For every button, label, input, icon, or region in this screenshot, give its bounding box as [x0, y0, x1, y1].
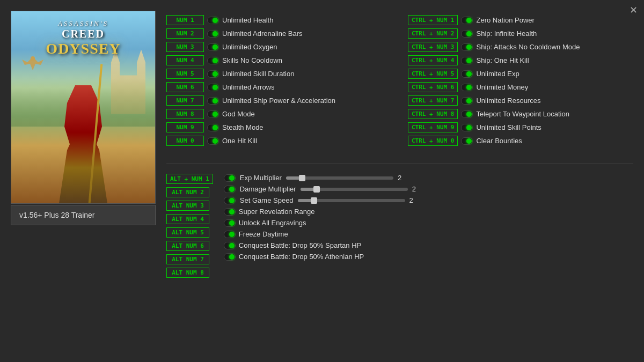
toggle-num9[interactable]	[207, 124, 219, 131]
key-num8[interactable]: NUM 8	[166, 109, 204, 119]
cheat-row-ctrl3: CTRL + NUM 3 Ship: Attacks No Cooldown M…	[408, 40, 633, 54]
alt-keys-column: ALT + NUM 1 ALT NUM 2 ALT NUM 3 ALT NUM …	[166, 172, 213, 279]
slider-gamespeed[interactable]	[298, 199, 405, 202]
label-num5: Unlimited Skill Duration	[222, 70, 294, 78]
slider-damage-handle[interactable]	[313, 186, 320, 193]
slider-damage-value: 2	[412, 185, 420, 193]
key-num4[interactable]: NUM 4	[166, 55, 204, 65]
key-alt4[interactable]: ALT NUM 4	[166, 214, 209, 224]
alt-row-daytime: Freeze Daytime	[224, 228, 633, 240]
key-alt2[interactable]: ALT NUM 2	[166, 187, 209, 197]
toggle-num8[interactable]	[207, 110, 219, 118]
key-ctrl3[interactable]: CTRL + NUM 3	[408, 42, 458, 52]
key-num5[interactable]: NUM 5	[166, 69, 204, 79]
cheat-row-alt5: ALT NUM 5	[166, 226, 213, 239]
label-alt7: Conquest Battle: Drop 50% Spartan HP	[239, 241, 361, 249]
toggle-ctrl9[interactable]	[461, 124, 473, 131]
cover-eagle-icon	[19, 54, 46, 76]
toggle-alt4[interactable]	[224, 208, 236, 216]
cover-assassin-text: ASSASSIN'S	[11, 19, 155, 28]
key-alt1[interactable]: ALT + NUM 1	[166, 174, 213, 184]
cover-odyssey-text: ODYSSEY	[11, 40, 155, 57]
toggle-num1[interactable]	[207, 17, 219, 24]
toggle-num0[interactable]	[207, 137, 219, 145]
key-ctrl5[interactable]: CTRL + NUM 5	[408, 69, 458, 79]
key-num1[interactable]: NUM 1	[166, 15, 204, 25]
label-num3: Unlimited Oxygen	[222, 43, 277, 51]
toggle-ctrl6[interactable]	[461, 84, 473, 91]
slider-exp[interactable]	[286, 176, 393, 180]
slider-exp-value: 2	[398, 174, 406, 182]
label-alt4: Super Revelation Range	[239, 208, 315, 216]
cheats-right-column: CTRL + NUM 1 Zero Nation Power CTRL + NU…	[408, 13, 633, 147]
alt-row-revelation: Super Revelation Range	[224, 206, 633, 217]
key-alt7[interactable]: ALT NUM 7	[166, 254, 209, 264]
toggle-alt6[interactable]	[224, 231, 236, 238]
cheat-row-num3: NUM 3 Unlimited Oxygen	[166, 40, 392, 54]
toggle-ctrl0[interactable]	[461, 137, 473, 145]
toggle-num6[interactable]	[207, 84, 219, 91]
key-ctrl8[interactable]: CTRL + NUM 8	[408, 109, 458, 119]
section-divider	[166, 164, 633, 164]
key-ctrl9[interactable]: CTRL + NUM 9	[408, 122, 458, 132]
cheat-row-num2: NUM 2 Unlimited Adrenaline Bars	[166, 27, 392, 40]
slider-damage[interactable]	[301, 188, 408, 191]
toggle-num7[interactable]	[207, 97, 219, 105]
key-ctrl6[interactable]: CTRL + NUM 6	[408, 82, 458, 92]
key-num0[interactable]: NUM 0	[166, 136, 204, 146]
key-alt6[interactable]: ALT NUM 6	[166, 241, 209, 251]
label-alt6: Freeze Daytime	[239, 230, 288, 238]
slider-exp-handle[interactable]	[299, 175, 305, 181]
alt-labels-column: Exp Multiplier 2 Damage Multiplier 2	[224, 172, 633, 279]
left-panel: ASSASSIN'S CREED ODYSSEY v1.56+ Plus 28 …	[11, 11, 156, 357]
slider-gamespeed-handle[interactable]	[311, 197, 317, 204]
label-ctrl6: Unlimited Money	[476, 83, 528, 91]
toggle-num5[interactable]	[207, 70, 219, 78]
toggle-alt7[interactable]	[224, 242, 236, 249]
close-button[interactable]: ✕	[630, 4, 638, 16]
toggle-ctrl1[interactable]	[461, 17, 473, 24]
key-alt5[interactable]: ALT NUM 5	[166, 227, 209, 238]
cheat-row-num0: NUM 0 One Hit Kill	[166, 134, 392, 147]
key-num9[interactable]: NUM 9	[166, 122, 204, 132]
cheat-row-alt7: ALT NUM 7	[166, 253, 213, 266]
toggle-alt2[interactable]	[224, 186, 236, 193]
label-num2: Unlimited Adrenaline Bars	[222, 29, 303, 38]
label-alt3: Set Game Speed	[240, 196, 294, 204]
cheat-row-ctrl5: CTRL + NUM 5 Unlimited Exp	[408, 67, 633, 80]
label-ctrl8: Teleport To Waypoint Location	[476, 110, 569, 118]
cheat-row-ctrl9: CTRL + NUM 9 Unlimited Skill Points	[408, 121, 633, 134]
cheat-row-ctrl1: CTRL + NUM 1 Zero Nation Power	[408, 13, 633, 27]
toggle-num2[interactable]	[207, 30, 219, 38]
key-alt3[interactable]: ALT NUM 3	[166, 201, 209, 211]
label-alt2: Damage Multiplier	[240, 185, 296, 193]
key-ctrl1[interactable]: CTRL + NUM 1	[408, 15, 458, 25]
key-ctrl2[interactable]: CTRL + NUM 2	[408, 28, 458, 39]
toggle-ctrl2[interactable]	[461, 30, 473, 38]
toggle-ctrl7[interactable]	[461, 97, 473, 105]
toggle-num3[interactable]	[207, 43, 219, 51]
key-num7[interactable]: NUM 7	[166, 95, 204, 106]
label-ctrl2: Ship: Infinite Health	[476, 29, 537, 38]
key-ctrl7[interactable]: CTRL + NUM 7	[408, 95, 458, 106]
toggle-num4[interactable]	[207, 57, 219, 64]
key-ctrl0[interactable]: CTRL + NUM 0	[408, 136, 458, 146]
toggle-alt8[interactable]	[224, 253, 236, 261]
toggle-ctrl8[interactable]	[461, 110, 473, 118]
label-num7: Unlimited Ship Power & Acceleration	[222, 97, 335, 105]
cheat-row-ctrl4: CTRL + NUM 4 Ship: One Hit Kill	[408, 54, 633, 67]
key-num3[interactable]: NUM 3	[166, 42, 204, 52]
toggle-ctrl5[interactable]	[461, 70, 473, 78]
toggle-alt3[interactable]	[224, 197, 236, 204]
key-ctrl4[interactable]: CTRL + NUM 4	[408, 55, 458, 65]
toggle-alt1[interactable]	[224, 174, 236, 182]
key-num2[interactable]: NUM 2	[166, 28, 204, 39]
cheat-row-ctrl6: CTRL + NUM 6 Unlimited Money	[408, 80, 633, 94]
key-alt8[interactable]: ALT NUM 8	[166, 268, 209, 278]
toggle-ctrl3[interactable]	[461, 43, 473, 51]
key-num6[interactable]: NUM 6	[166, 82, 204, 92]
alt-row-gamespeed: Set Game Speed 2	[224, 195, 633, 206]
toggle-ctrl4[interactable]	[461, 57, 473, 64]
toggle-alt5[interactable]	[224, 219, 236, 227]
label-ctrl4: Ship: One Hit Kill	[476, 56, 529, 64]
